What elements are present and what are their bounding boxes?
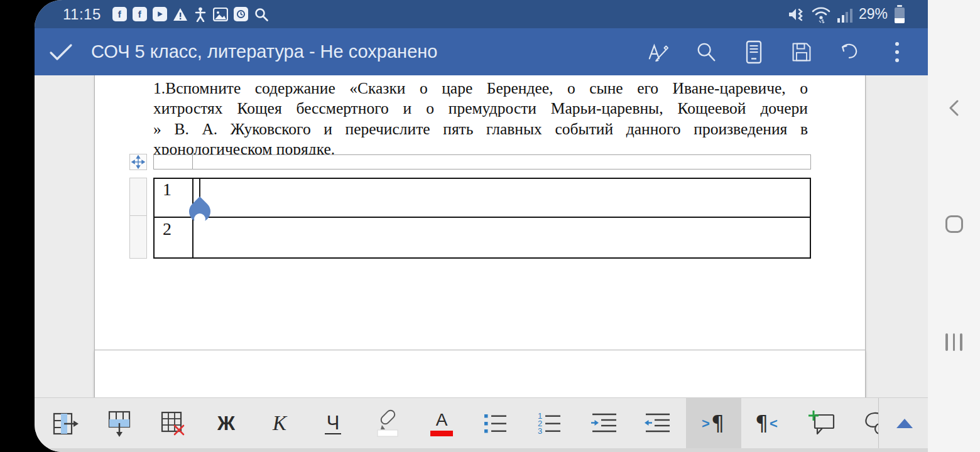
notification-icons: f f (112, 7, 269, 22)
font-color-button[interactable]: А (422, 398, 462, 449)
highlight-button[interactable] (368, 398, 408, 449)
document-title: СОЧ 5 класс, литература - Не сохранено (91, 41, 437, 62)
word-app: 11:15 f f (35, 0, 928, 452)
bold-button[interactable]: Ж (206, 398, 246, 449)
status-bar: 11:15 f f (35, 0, 928, 28)
table-row-divider[interactable] (155, 217, 810, 218)
row-2-handle[interactable] (129, 215, 147, 259)
battery-icon (894, 5, 905, 24)
search-button[interactable] (695, 41, 717, 63)
partial-scrolled-icon[interactable] (858, 398, 878, 449)
document-canvas[interactable]: 1.Вспомните содержание «Сказки о царе Бе… (35, 75, 928, 397)
accessibility-icon (193, 7, 207, 22)
clock-text: 11:15 (63, 6, 101, 23)
decrease-indent-button[interactable] (638, 398, 678, 449)
formatting-toolbar: Ж К Ч А 123 >¶ (35, 397, 928, 452)
document-page-2[interactable] (94, 350, 866, 397)
android-nav-bar (928, 0, 980, 452)
facebook-icon: f (112, 7, 127, 21)
toolbar-divider (878, 398, 879, 448)
ltr-paragraph-button[interactable]: >¶ (693, 398, 733, 449)
question-paragraph[interactable]: 1.Вспомните содержание «Сказки о царе Бе… (153, 78, 808, 160)
table-header-strip[interactable] (153, 154, 811, 170)
row-1-handle[interactable] (129, 178, 147, 216)
insert-column-button[interactable] (46, 398, 86, 449)
battery-percent-text: 29% (859, 6, 888, 23)
format-button[interactable] (648, 41, 669, 63)
paragraph-line: » В. А. Жуковского и перечислите пять гл… (153, 119, 808, 139)
phone-screen: 11:15 f f (35, 0, 980, 452)
facebook-icon: f (133, 7, 147, 21)
numbered-list-button[interactable]: 123 (529, 398, 569, 449)
cursor-drag-handle[interactable] (188, 197, 211, 227)
signal-icon (837, 6, 852, 23)
svg-text:3: 3 (538, 426, 542, 436)
system-status-icons: 29% (788, 5, 905, 24)
save-button[interactable] (791, 41, 812, 63)
table-cell-number[interactable]: 1 (163, 180, 172, 200)
table-move-handle[interactable] (129, 154, 147, 170)
wifi-icon (811, 6, 831, 23)
clock-app-icon (234, 7, 248, 21)
app-title-bar: СОЧ 5 класс, литература - Не сохранено (35, 28, 928, 75)
done-check-button[interactable] (48, 41, 74, 63)
toolbar-scroll-strip[interactable] (35, 448, 928, 452)
document-table[interactable]: 1 2 (153, 178, 811, 259)
new-comment-button[interactable] (802, 398, 842, 449)
undo-button[interactable] (839, 41, 860, 63)
collapse-toolbar-button[interactable] (885, 398, 925, 449)
insert-row-below-button[interactable] (99, 398, 139, 449)
home-button[interactable] (928, 210, 980, 238)
recents-button[interactable] (928, 328, 980, 356)
search-status-icon (254, 7, 269, 22)
back-button[interactable] (928, 94, 980, 122)
bullet-list-button[interactable] (475, 398, 515, 449)
paragraph-line: хитростях Кощея бессмертного и о премудр… (153, 99, 808, 119)
table-cell-number[interactable]: 2 (163, 219, 172, 239)
mobile-view-button[interactable] (743, 41, 765, 63)
underline-button[interactable]: Ч (313, 398, 353, 449)
increase-indent-button[interactable] (584, 398, 624, 449)
delete-table-button[interactable] (153, 398, 193, 449)
gallery-icon (213, 8, 228, 21)
appbar-actions (648, 41, 908, 63)
warning-icon (173, 8, 188, 21)
mute-vibrate-icon (788, 6, 805, 23)
youtube-icon (153, 7, 167, 21)
more-options-button[interactable] (886, 41, 908, 63)
paragraph-line: 1.Вспомните содержание «Сказки о царе Бе… (153, 78, 808, 99)
rtl-paragraph-button[interactable]: ¶< (746, 398, 787, 449)
italic-button[interactable]: К (259, 398, 300, 449)
